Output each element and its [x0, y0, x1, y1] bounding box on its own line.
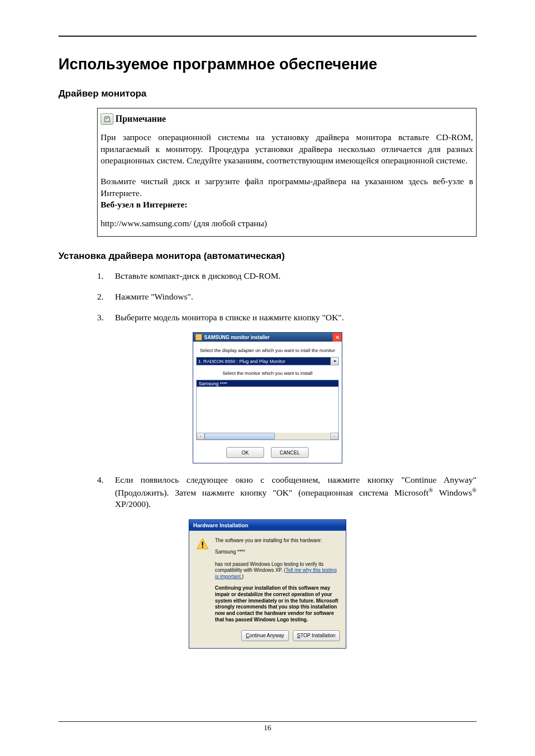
chevron-down-icon[interactable]: [330, 357, 338, 365]
step-3: Выберите модель монитора в списке и нажм…: [97, 312, 477, 324]
scroll-left-icon[interactable]: ‹: [197, 433, 205, 440]
step-4: Если появилось следующее окно с сообщени…: [97, 474, 477, 510]
note-paragraph-1: При запросе операционной системы на уста…: [101, 132, 473, 167]
steps-list: Вставьте компакт-диск в дисковод CD-ROM.…: [58, 270, 477, 323]
cancel-button[interactable]: CANCEL: [271, 447, 309, 458]
stop-installation-button[interactable]: STOP Installation: [293, 630, 340, 641]
svg-rect-2: [202, 547, 203, 548]
monitor-list[interactable]: Samsung **** ‹ ›: [196, 380, 339, 440]
note-url: http://www.samsung.com/ (для любой стран…: [101, 218, 473, 230]
hw-msg-compat: has not passed Windows Logo testing to v…: [215, 561, 339, 580]
note-label: Примечание: [115, 114, 166, 124]
section-install-title: Установка драйвера монитора (автоматичес…: [58, 251, 477, 261]
section-driver-title: Драйвер монитора: [58, 88, 477, 99]
svg-rect-1: [202, 542, 203, 546]
note-head: Примечание: [101, 113, 473, 125]
adapter-combo-value: 1. RADEON 9550 : Plug and Play Monitor: [197, 358, 330, 364]
registered-icon: ®: [428, 487, 433, 494]
scroll-thumb[interactable]: [205, 433, 275, 440]
installer-label-adapter: Select the display adapter on which you …: [196, 348, 339, 353]
adapter-combo[interactable]: 1. RADEON 9550 : Plug and Play Monitor: [196, 357, 339, 365]
hw-msg-bold: Continuing your installation of this sof…: [215, 585, 339, 623]
document-page: Используемое программное обеспечение Дра…: [0, 0, 535, 756]
registered-icon: ®: [472, 487, 477, 494]
step-4-text-b: Windows: [433, 488, 472, 498]
hardware-installation-dialog: Hardware Installation The software you a…: [189, 519, 346, 649]
step-1: Вставьте компакт-диск в дисковод CD-ROM.: [97, 270, 477, 282]
step-4-text-c: XP/2000).: [115, 499, 151, 509]
steps-list-continued: Если появилось следующее окно с сообщени…: [58, 474, 477, 510]
monitor-list-item[interactable]: Samsung ****: [197, 380, 338, 387]
scroll-track[interactable]: [205, 433, 330, 440]
installer-body: Select the display adapter on which you …: [193, 342, 342, 463]
step-4-text-a: Если появилось следующее окно с сообщени…: [115, 475, 477, 497]
hw-msg-lead: The software you are installing for this…: [215, 538, 339, 544]
hardware-dialog-wrap: Hardware Installation The software you a…: [58, 519, 477, 649]
note-website-label: Веб-узел в Интернете:: [101, 200, 187, 209]
scroll-right-icon[interactable]: ›: [330, 433, 338, 440]
hardware-dialog-content: The software you are installing for this…: [189, 531, 346, 627]
installer-title-text: SAMSUNG monitor installer: [204, 335, 269, 340]
page-top-rule: [58, 36, 477, 37]
page-footer: 16: [58, 721, 477, 732]
hardware-title-text: Hardware Installation: [193, 522, 248, 528]
installer-dialog-wrap: SAMSUNG monitor installer ✕ Select the d…: [58, 332, 477, 463]
note-paragraph-2: Возьмите чистый диск и загрузите файл пр…: [101, 176, 473, 199]
note-box: Примечание При запросе операционной сист…: [97, 108, 477, 237]
step-2: Нажмите "Windows".: [97, 291, 477, 303]
warning-icon: [196, 538, 209, 551]
hardware-titlebar: Hardware Installation: [189, 520, 346, 531]
ok-button[interactable]: OK: [226, 447, 264, 458]
page-number: 16: [264, 724, 271, 732]
page-title: Используемое программное обеспечение: [58, 55, 477, 73]
continue-anyway-button[interactable]: Continue Anyway: [241, 630, 288, 641]
installer-app-icon: [195, 334, 202, 341]
horizontal-scrollbar[interactable]: ‹ ›: [197, 433, 338, 440]
note-icon: [101, 113, 113, 125]
installer-titlebar: SAMSUNG monitor installer ✕: [193, 333, 342, 342]
hardware-message: The software you are installing for this…: [215, 538, 339, 623]
hardware-button-row: Continue Anyway STOP Installation: [189, 627, 346, 648]
installer-button-row: OK CANCEL: [196, 447, 339, 458]
installer-label-monitor: Select the monitor which you want to ins…: [196, 370, 339, 376]
close-icon[interactable]: ✕: [332, 333, 342, 342]
samsung-installer-dialog: SAMSUNG monitor installer ✕ Select the d…: [193, 332, 342, 463]
hw-msg-name: Samsung ****: [215, 549, 339, 555]
